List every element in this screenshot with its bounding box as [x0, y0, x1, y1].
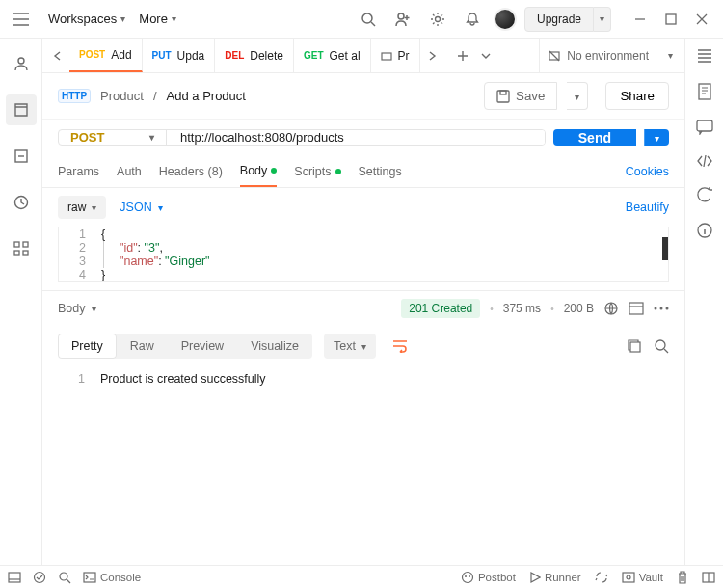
tab-get-all[interactable]: GET Get al [294, 39, 371, 72]
wrap-lines-button[interactable] [386, 332, 415, 361]
view-preview[interactable]: Preview [168, 334, 237, 359]
console-icon [83, 572, 96, 583]
method-label: POST [70, 130, 104, 145]
tab-options-button[interactable] [474, 44, 497, 67]
minimize-button[interactable] [627, 6, 654, 33]
save-response-icon[interactable] [629, 302, 644, 315]
sb-capture-icon[interactable] [595, 571, 608, 584]
sb-panel-icon[interactable] [8, 572, 21, 583]
hamburger-icon[interactable] [8, 6, 35, 33]
sb-find-icon[interactable] [58, 571, 71, 584]
copy-icon[interactable] [627, 338, 642, 354]
chevron-down-icon: ▾ [668, 50, 673, 61]
response-format-selector[interactable]: Text ▾ [324, 334, 376, 359]
subtab-params[interactable]: Params [58, 155, 99, 187]
code-icon[interactable] [696, 154, 713, 168]
body-format-selector[interactable]: JSON ▾ [120, 200, 162, 214]
settings-icon[interactable] [424, 6, 451, 33]
invite-icon[interactable] [389, 6, 416, 33]
breadcrumb-current: Add a Product [167, 89, 246, 103]
info-icon[interactable] [696, 222, 713, 239]
tab-put-update[interactable]: PUT Upda [143, 39, 216, 72]
request-subtabs: Params Auth Headers (8) Body Scripts Set… [42, 155, 684, 188]
view-raw[interactable]: Raw [117, 334, 168, 359]
sb-console[interactable]: Console [83, 572, 141, 583]
svg-rect-9 [14, 251, 19, 255]
network-icon[interactable] [603, 301, 619, 316]
cookies-link[interactable]: Cookies [626, 165, 669, 178]
sb-runner[interactable]: Runner [529, 572, 581, 583]
svg-point-27 [60, 573, 67, 580]
url-box: POST ▾ [58, 129, 546, 146]
sb-layout-icon[interactable] [702, 572, 715, 583]
tab-next-button[interactable] [420, 44, 443, 67]
subtab-auth[interactable]: Auth [117, 155, 142, 187]
svg-rect-25 [9, 573, 20, 582]
request-body-editor[interactable]: 1{ 2"id": "3", 3"name": "Ginger" 4} [58, 227, 669, 282]
sb-vault[interactable]: Vault [622, 572, 663, 583]
method-selector[interactable]: POST ▾ [59, 130, 167, 145]
view-visualize[interactable]: Visualize [237, 334, 312, 359]
chevron-down-icon: ▾ [120, 13, 125, 24]
notifications-icon[interactable] [459, 6, 486, 33]
folder-icon [381, 50, 392, 62]
tab-folder-pr[interactable]: Pr [371, 39, 420, 72]
subtab-settings[interactable]: Settings [359, 155, 402, 187]
svg-rect-32 [623, 573, 634, 582]
svg-point-17 [655, 307, 657, 310]
history-icon[interactable] [6, 187, 37, 218]
vault-icon [622, 572, 635, 583]
environment-selector[interactable]: No environment ▾ [539, 39, 681, 72]
url-input[interactable] [167, 130, 545, 145]
profile-icon[interactable] [6, 48, 37, 79]
upgrade-dropdown[interactable]: ▾ [594, 7, 611, 32]
subtab-scripts[interactable]: Scripts [294, 155, 340, 187]
save-button[interactable]: Save [484, 82, 557, 110]
more-menu[interactable]: More ▾ [139, 12, 176, 26]
tab-post-add[interactable]: POST Add [69, 39, 143, 72]
view-pretty[interactable]: Pretty [58, 334, 117, 359]
more-icon[interactable] [654, 307, 669, 310]
breadcrumb-parent[interactable]: Product [100, 89, 144, 103]
top-bar: Workspaces ▾ More ▾ Upgrade ▾ [0, 0, 723, 39]
grid-icon[interactable] [6, 233, 37, 264]
list-icon[interactable] [696, 48, 713, 64]
line-number: 1 [58, 372, 96, 386]
tab-label: Upda [177, 49, 205, 63]
sb-trash-icon[interactable] [677, 571, 688, 584]
workspaces-menu[interactable]: Workspaces ▾ [48, 12, 125, 26]
method-tag: PUT [152, 50, 172, 61]
send-dropdown-button[interactable]: ▾ [644, 129, 669, 146]
send-button[interactable]: Send [553, 129, 636, 146]
share-button[interactable]: Share [605, 82, 669, 110]
beautify-link[interactable]: Beautify [626, 200, 669, 214]
svg-point-30 [465, 575, 467, 577]
upgrade-button[interactable]: Upgrade [524, 7, 594, 32]
search-icon[interactable] [355, 6, 382, 33]
document-icon[interactable] [697, 83, 712, 100]
api-icon[interactable] [6, 141, 37, 172]
body-raw-selector[interactable]: raw ▾ [58, 196, 106, 219]
search-response-icon[interactable] [654, 338, 669, 354]
tab-prev-button[interactable] [46, 44, 69, 67]
subtab-headers[interactable]: Headers (8) [159, 155, 223, 187]
svg-rect-28 [84, 573, 95, 582]
avatar[interactable] [494, 8, 517, 31]
sb-sync-icon[interactable] [33, 571, 46, 584]
editor-scrollbar[interactable] [662, 237, 668, 260]
response-section-selector[interactable]: Body ▾ [58, 302, 96, 315]
status-bar: Console Postbot Runner Vault [0, 565, 723, 588]
line-number: 3 [59, 254, 97, 268]
comment-icon[interactable] [696, 120, 713, 135]
collections-icon[interactable] [6, 94, 37, 125]
save-dropdown-button[interactable]: ▾ [567, 82, 588, 110]
topbar-left: Workspaces ▾ More ▾ [8, 6, 176, 33]
new-tab-button[interactable] [451, 44, 474, 67]
tab-del-delete[interactable]: DEL Delete [215, 39, 294, 72]
close-button[interactable] [688, 6, 715, 33]
subtab-body[interactable]: Body [240, 155, 278, 187]
sb-postbot[interactable]: Postbot [461, 571, 516, 584]
refresh-icon[interactable] [697, 187, 712, 202]
maximize-button[interactable] [657, 6, 684, 33]
response-time: 375 ms [503, 302, 541, 315]
